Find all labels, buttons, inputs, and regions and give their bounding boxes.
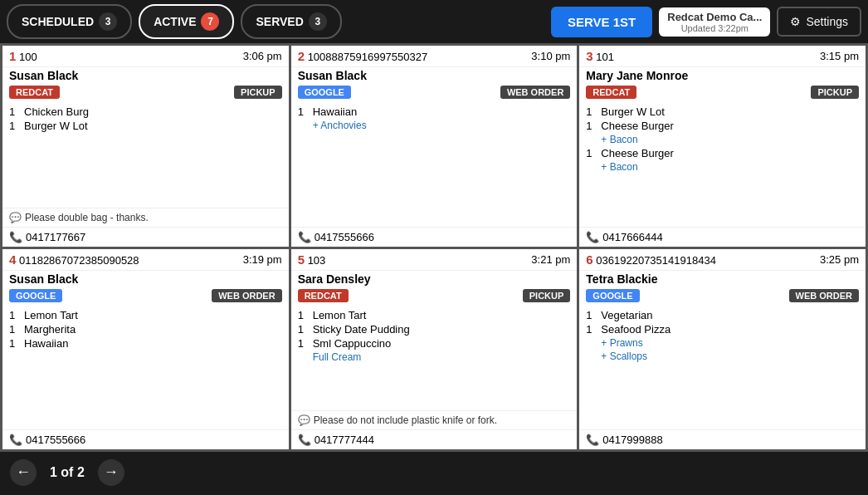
item-qty: 1 <box>298 309 308 321</box>
card-source-badge: REDCAT <box>298 289 349 302</box>
order-card-6[interactable]: 6 036192207351419184343:25 pmTetra Black… <box>579 249 866 450</box>
item-name: Chicken Burg <box>24 105 89 118</box>
card-header: 1 1003:06 pm <box>2 46 289 67</box>
next-page-button[interactable]: → <box>98 459 124 486</box>
item-name: Burger W Lot <box>24 120 88 132</box>
card-num: 4 <box>9 252 16 267</box>
card-type-badge: PICKUP <box>234 86 282 99</box>
card-num: 2 <box>298 49 305 63</box>
card-num: 6 <box>586 252 592 267</box>
item-qty: 1 <box>586 105 596 118</box>
order-card-3[interactable]: 3 1013:15 pmMary Jane MonroeREDCATPICKUP… <box>579 46 866 247</box>
item-qty: 1 <box>586 309 596 321</box>
item-name: Hawaiian <box>313 105 357 118</box>
card-items: 1Vegetarian1Seafood Pizza+ Prawns+ Scall… <box>579 306 866 430</box>
item-name: Cheese Burger <box>601 120 673 132</box>
item-modifier: + Bacon <box>601 161 859 173</box>
tab-active[interactable]: ACTIVE 7 <box>139 4 234 39</box>
list-item: 1Seafood Pizza <box>586 323 859 336</box>
order-card-1[interactable]: 1 1003:06 pmSusan BlackREDCATPICKUP1Chic… <box>2 46 289 247</box>
item-name: Margherita <box>24 323 76 336</box>
tab-served-label: SERVED <box>256 15 303 28</box>
card-items: 1Lemon Tart1Margherita1Hawaiian <box>2 306 289 430</box>
tab-active-label: ACTIVE <box>154 15 196 28</box>
card-type-badge: PICKUP <box>523 289 571 302</box>
card-type-badge: PICKUP <box>811 86 859 99</box>
card-badges: REDCATPICKUP <box>291 289 578 306</box>
list-item: 1Vegetarian <box>586 309 859 321</box>
phone-icon: 📞 <box>9 231 22 243</box>
item-qty: 1 <box>586 323 596 336</box>
list-item: 1Hawaiian <box>298 105 571 118</box>
card-phone: 📞0417555666 <box>2 429 289 449</box>
order-card-4[interactable]: 4 011828670723850905283:19 pmSusan Black… <box>2 249 289 450</box>
card-customer: Susan Black <box>291 67 578 86</box>
header: SCHEDULED 3 ACTIVE 7 SERVED 3 SERVE 1ST … <box>0 0 868 43</box>
item-name: Sml Cappuccino <box>313 337 392 350</box>
card-items: 1Chicken Burg1Burger W Lot <box>2 102 289 208</box>
settings-label: Settings <box>806 15 848 28</box>
card-items: 1Lemon Tart1Sticky Date Pudding1Sml Capp… <box>291 306 578 411</box>
list-item: 1Sml Cappuccino <box>298 337 571 350</box>
footer: ← 1 of 2 → <box>0 452 868 493</box>
list-item: 1Lemon Tart <box>9 309 282 321</box>
tab-scheduled-label: SCHEDULED <box>22 15 94 28</box>
prev-page-button[interactable]: ← <box>10 459 37 486</box>
tab-scheduled[interactable]: SCHEDULED 3 <box>7 4 132 39</box>
item-name: Vegetarian <box>601 309 652 321</box>
phone-icon: 📞 <box>9 434 22 446</box>
card-source-badge: REDCAT <box>9 86 60 99</box>
order-card-5[interactable]: 5 1033:21 pmSara DensleyREDCATPICKUP1Lem… <box>291 249 578 450</box>
card-items: 1Burger W Lot1Cheese Burger+ Bacon1Chees… <box>579 102 866 227</box>
gear-icon: ⚙ <box>790 15 801 28</box>
settings-button[interactable]: ⚙ Settings <box>777 7 861 37</box>
card-order-id: 03619220735141918434 <box>596 254 716 267</box>
card-phone: 📞0417177667 <box>2 227 289 247</box>
card-time: 3:19 pm <box>243 253 282 266</box>
tab-served[interactable]: SERVED 3 <box>241 4 341 39</box>
item-name: Cheese Burger <box>601 147 673 159</box>
phone-icon: 📞 <box>586 231 599 243</box>
item-name: Hawaiian <box>24 337 68 350</box>
card-badges: GOOGLEWEB ORDER <box>579 289 866 306</box>
item-qty: 1 <box>9 309 19 321</box>
order-card-2[interactable]: 2 100888759169975503273:10 pmSusan Black… <box>291 46 578 247</box>
tab-served-badge: 3 <box>309 12 327 31</box>
item-name: Lemon Tart <box>24 309 78 321</box>
card-header: 2 100888759169975503273:10 pm <box>291 46 578 67</box>
list-item: 1Margherita <box>9 323 282 336</box>
item-qty: 1 <box>586 147 596 159</box>
card-badges: REDCATPICKUP <box>2 86 289 102</box>
item-qty: 1 <box>298 323 308 336</box>
card-phone: 📞0417666444 <box>579 227 866 247</box>
card-order-id: 10088875916997550327 <box>308 51 428 63</box>
tab-active-badge: 7 <box>201 12 219 31</box>
card-num: 1 <box>9 49 16 63</box>
info-subtitle: Updated 3:22pm <box>667 23 762 33</box>
info-field: Redcat Demo Ca... Updated 3:22pm <box>659 7 770 37</box>
card-order-id: 01182867072385090528 <box>19 254 139 267</box>
card-badges: GOOGLEWEB ORDER <box>291 86 578 102</box>
item-modifier: Full Cream <box>313 351 571 363</box>
list-item: 1Burger W Lot <box>9 120 282 132</box>
card-phone: 📞0417999888 <box>579 429 866 449</box>
item-qty: 1 <box>9 323 19 336</box>
list-item: 1Cheese Burger <box>586 147 859 159</box>
card-customer: Sara Densley <box>291 271 578 289</box>
phone-icon: 📞 <box>586 434 599 446</box>
serve-first-button[interactable]: SERVE 1ST <box>551 7 652 37</box>
card-order-id: 101 <box>596 51 614 63</box>
card-type-badge: WEB ORDER <box>212 289 281 302</box>
card-badges: GOOGLEWEB ORDER <box>2 289 289 306</box>
card-order-id: 100 <box>19 51 37 63</box>
card-source-badge: GOOGLE <box>298 86 351 99</box>
card-order-id: 103 <box>308 254 326 267</box>
list-item: 1Sticky Date Pudding <box>298 323 571 336</box>
list-item: 1Cheese Burger <box>586 120 859 132</box>
item-modifier: + Prawns <box>601 337 859 349</box>
phone-icon: 📞 <box>298 434 311 446</box>
card-badges: REDCATPICKUP <box>579 86 866 102</box>
item-qty: 1 <box>298 105 308 118</box>
card-header: 5 1033:21 pm <box>291 249 578 271</box>
item-qty: 1 <box>586 120 596 132</box>
